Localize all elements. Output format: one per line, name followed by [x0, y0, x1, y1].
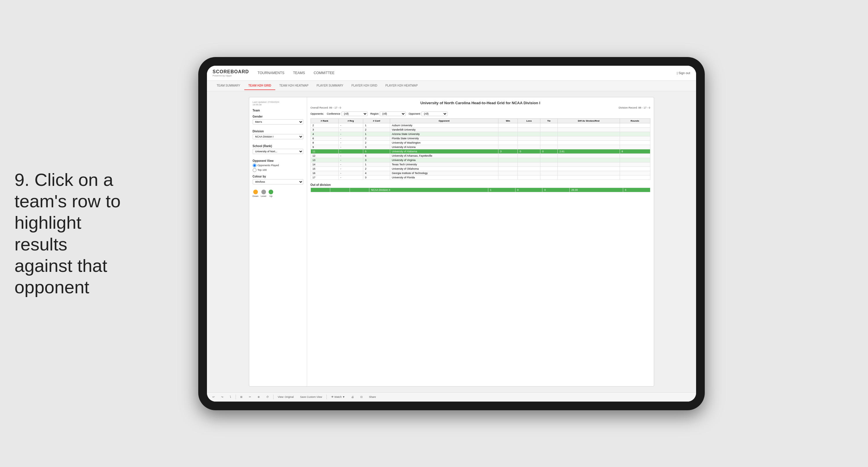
tablet-device: SCOREBOARD Powered by clippd TOURNAMENTS…	[198, 57, 705, 410]
legend-down: Down	[253, 189, 258, 198]
table-row[interactable]: 13-3University of Virginia	[311, 158, 650, 162]
col-reg: # Reg	[338, 118, 363, 123]
table-row[interactable]: 14-1Texas Tech University	[311, 162, 650, 167]
table-row[interactable]: 17-3University of Florida	[311, 175, 650, 179]
nav-teams[interactable]: TEAMS	[293, 70, 305, 76]
sub-nav: TEAM SUMMARY TEAM H2H GRID TEAM H2H HEAT…	[207, 81, 696, 91]
legend-level: Level	[261, 189, 266, 198]
records-row: Overall Record: 89 - 17 - 0 Division Rec…	[311, 106, 650, 109]
tab-team-h2h-grid[interactable]: TEAM H2H GRID	[244, 82, 275, 90]
gender-section: Gender Men's	[253, 115, 303, 127]
table-row[interactable]: 4-1Arizona State University	[311, 132, 650, 136]
out-of-division-title: Out of division	[311, 183, 650, 186]
top-nav: SCOREBOARD Powered by clippd TOURNAMENTS…	[207, 66, 696, 81]
revert-btn[interactable]: ⤵	[228, 395, 233, 399]
filter-conference: Conference (All)	[327, 112, 368, 116]
tab-team-summary[interactable]: TEAM SUMMARY	[213, 82, 245, 90]
bottom-toolbar: ↩ ↪ ⤵ ⊞ ✂ ⊕ ⏱ View: Original Save Custom…	[207, 392, 696, 402]
out-div-row[interactable]: NCAA Division II10026.003	[311, 187, 650, 192]
opponent-filter-select[interactable]: (All)	[422, 112, 447, 116]
table-row[interactable]: 16-4Georgia Institute of Technology	[311, 171, 650, 175]
gender-select[interactable]: Men's	[253, 119, 303, 124]
filter-opponents: Opponents:	[311, 112, 324, 115]
table-row[interactable]: 9-3University of Arizona	[311, 145, 650, 149]
table-row[interactable]: 6-2Florida State University	[311, 136, 650, 140]
instruction-block: 9. Click on a team's row to highlight re…	[14, 169, 124, 298]
legend-up: Up	[269, 189, 273, 198]
tab-player-h2h-grid[interactable]: PLAYER H2H GRID	[347, 82, 381, 90]
table-row[interactable]: 15-2University of Oklahoma	[311, 167, 650, 171]
share-btn[interactable]: Share	[367, 395, 378, 399]
table-row[interactable]: 12-6University of Arkansas, Fayetteville	[311, 153, 650, 158]
division-select[interactable]: NCAA Division I	[253, 134, 303, 139]
gender-label: Gender	[253, 115, 303, 118]
watch-btn[interactable]: 👁 Watch ▼	[329, 395, 347, 399]
region-filter-select[interactable]: (All)	[380, 112, 406, 116]
opponent-view-section: Opponent View Opponents Played Top 100	[253, 159, 303, 172]
tablet-screen: SCOREBOARD Powered by clippd TOURNAMENTS…	[207, 66, 696, 402]
nav-links: TOURNAMENTS TEAMS COMMITTEE	[257, 70, 677, 76]
division-record: Division Record: 88 - 17 - 0	[619, 106, 650, 109]
view-original-btn[interactable]: View: Original	[276, 395, 296, 399]
add-btn[interactable]: ⊕	[255, 395, 262, 399]
toolbar-divider-3	[327, 395, 327, 399]
col-conf: # Conf	[363, 118, 390, 123]
school-label: School (Rank)	[253, 144, 303, 148]
table-row[interactable]: 2-1Auburn University	[311, 123, 650, 127]
division-label: Division	[253, 130, 303, 133]
instruction-text: Click on a team's row to highlight resul…	[14, 169, 121, 297]
overall-record: Overall Record: 89 - 17 - 0	[311, 106, 341, 109]
grid-btn[interactable]: ⊞	[238, 395, 245, 399]
logo-area: SCOREBOARD Powered by clippd	[213, 69, 249, 77]
main-content: Last Updated: 27/03/2024 16:55:38 Team G…	[207, 91, 696, 392]
opponent-view-label: Opponent View	[253, 159, 303, 163]
grid-table: # Rank # Reg # Conf Opponent Win Loss Ti…	[311, 118, 650, 180]
tab-player-h2h-heatmap[interactable]: PLAYER H2H HEATMAP	[381, 82, 422, 90]
conference-filter-select[interactable]: (All)	[342, 112, 368, 116]
logo-title: SCOREBOARD	[213, 69, 249, 75]
clock-btn[interactable]: ⏱	[264, 395, 271, 399]
legend-up-dot	[269, 189, 273, 194]
export-btn[interactable]: ⊡	[358, 395, 365, 399]
col-loss: Loss	[518, 118, 540, 123]
tab-player-summary[interactable]: PLAYER SUMMARY	[313, 82, 347, 90]
radio-opponents-played[interactable]: Opponents Played	[253, 164, 303, 167]
legend-level-dot	[261, 189, 266, 194]
radio-group: Opponents Played Top 100	[253, 164, 303, 172]
school-select[interactable]: University of Nort...	[253, 149, 303, 154]
col-tie: Tie	[540, 118, 558, 123]
radio-top100[interactable]: Top 100	[253, 168, 303, 172]
print-btn[interactable]: 🖨	[349, 395, 356, 399]
legend-down-dot	[253, 189, 258, 194]
colour-select[interactable]: Win/loss	[253, 179, 303, 184]
school-section: School (Rank) University of Nort...	[253, 144, 303, 156]
team-label: Team	[253, 109, 303, 112]
table-row[interactable]: 8-2University of Washington	[311, 140, 650, 145]
last-updated: Last Updated: 27/03/2024 16:55:38	[253, 101, 303, 106]
page-wrapper: 9. Click on a team's row to highlight re…	[0, 0, 868, 467]
logo-subtitle: Powered by clippd	[213, 75, 249, 77]
grid-title: University of North Carolina Head-to-Hea…	[311, 101, 650, 105]
toolbar-divider-1	[236, 395, 236, 399]
col-diff: Diff Av Strokes/Rnd	[557, 118, 620, 123]
col-rank: # Rank	[311, 118, 338, 123]
col-rounds: Rounds	[620, 118, 650, 123]
save-custom-btn[interactable]: Save Custom View	[298, 395, 324, 399]
cut-btn[interactable]: ✂	[247, 395, 253, 399]
colour-label: Colour by	[253, 175, 303, 178]
redo-btn[interactable]: ↪	[219, 395, 225, 399]
col-opponent: Opponent	[390, 118, 498, 123]
sign-out[interactable]: | Sign out	[677, 71, 690, 75]
undo-btn[interactable]: ↩	[210, 395, 217, 399]
nav-tournaments[interactable]: TOURNAMENTS	[257, 70, 284, 76]
table-row[interactable]: 3-2Vanderbilt University	[311, 127, 650, 132]
filters-row: Opponents: Conference (All) Region	[311, 112, 650, 116]
table-row[interactable]: 11-5University of Alabama3002.618	[311, 149, 650, 153]
team-section: Team	[253, 109, 303, 112]
left-panel: Last Updated: 27/03/2024 16:55:38 Team G…	[249, 97, 307, 386]
nav-committee[interactable]: COMMITTEE	[314, 70, 335, 76]
tab-team-h2h-heatmap[interactable]: TEAM H2H HEATMAP	[275, 82, 313, 90]
right-panel: University of North Carolina Head-to-Hea…	[307, 97, 654, 386]
step-number: 9.	[14, 169, 30, 189]
filter-region: Region (All)	[370, 112, 406, 116]
